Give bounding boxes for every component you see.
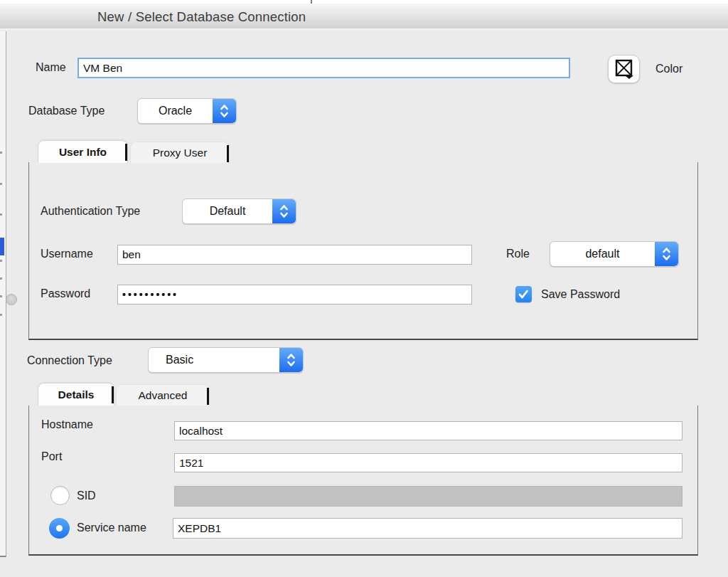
tab-details-label: Details [58, 388, 95, 401]
checkmark-icon [518, 290, 529, 299]
tab-details[interactable]: Details [38, 383, 114, 406]
sid-input [174, 486, 682, 507]
database-type-value: Oracle [138, 99, 213, 123]
tab-proxy-user-label: Proxy User [153, 147, 208, 159]
role-select[interactable]: default [550, 241, 679, 267]
role-value: default [550, 242, 655, 266]
hostname-label: Hostname [41, 418, 93, 431]
password-dots: •••••••••• [122, 289, 178, 300]
tab-user-info-label: User Info [59, 146, 107, 159]
tree-row-fragment [0, 152, 2, 154]
port-input[interactable] [174, 453, 682, 472]
password-input[interactable]: •••••••••• [117, 285, 472, 305]
save-password-checkbox[interactable] [515, 286, 532, 302]
connection-type-value: Basic [149, 348, 279, 372]
authentication-type-select[interactable]: Default [182, 198, 296, 224]
tree-row-fragment [0, 213, 2, 216]
tab-edge [227, 145, 229, 162]
color-button[interactable] [608, 55, 640, 83]
tab-advanced[interactable]: Advanced [116, 384, 210, 406]
name-label: Name [36, 61, 66, 74]
color-swatch-dropdown-icon [613, 58, 636, 80]
database-type-select[interactable]: Oracle [137, 98, 237, 124]
tab-edge [125, 144, 127, 161]
authentication-type-value: Default [183, 199, 272, 223]
service-name-radio[interactable] [49, 518, 70, 539]
password-label: Password [41, 287, 90, 300]
service-name-label: Service name [77, 522, 146, 534]
dialog-title: New / Select Database Connection [97, 9, 306, 25]
color-label: Color [655, 63, 682, 75]
sid-radio[interactable] [50, 486, 70, 505]
name-input[interactable] [77, 58, 570, 78]
tab-edge [112, 386, 114, 403]
tree-row-fragment [0, 183, 2, 185]
tree-row-fragment [0, 277, 2, 280]
connection-type-label: Connection Type [27, 354, 112, 367]
radio-dot [56, 525, 63, 531]
service-name-input[interactable] [173, 518, 682, 539]
authentication-type-label: Authentication Type [41, 205, 140, 218]
dialog-titlebar: New / Select Database Connection [0, 4, 728, 30]
username-label: Username [41, 248, 93, 260]
tab-edge [207, 388, 209, 405]
background-selected-row-fragment [0, 238, 4, 255]
username-input[interactable] [117, 245, 472, 265]
sid-label: SID [77, 489, 96, 502]
save-password-label: Save Password [541, 288, 620, 301]
database-type-label: Database Type [28, 105, 105, 117]
chevron-up-down-icon [213, 99, 236, 123]
chevron-up-down-icon [272, 199, 296, 223]
chevron-up-down-icon [279, 348, 303, 372]
connection-type-select[interactable]: Basic [148, 347, 304, 373]
database-connection-dialog: { "window": { "title": "New / Select Dat… [0, 0, 728, 577]
tree-row-fragment [0, 260, 2, 262]
chevron-up-down-icon [655, 242, 678, 266]
tree-row-fragment [0, 295, 2, 297]
splitter-handle[interactable] [6, 294, 17, 305]
role-label: Role [506, 248, 530, 260]
tree-row-fragment [0, 314, 2, 316]
tab-user-info[interactable]: User Info [38, 140, 128, 163]
hostname-input[interactable] [174, 421, 682, 440]
tab-proxy-user[interactable]: Proxy User [130, 142, 230, 163]
background-panel-edge [0, 31, 6, 557]
port-label: Port [41, 450, 62, 463]
tab-advanced-label: Advanced [139, 389, 188, 402]
